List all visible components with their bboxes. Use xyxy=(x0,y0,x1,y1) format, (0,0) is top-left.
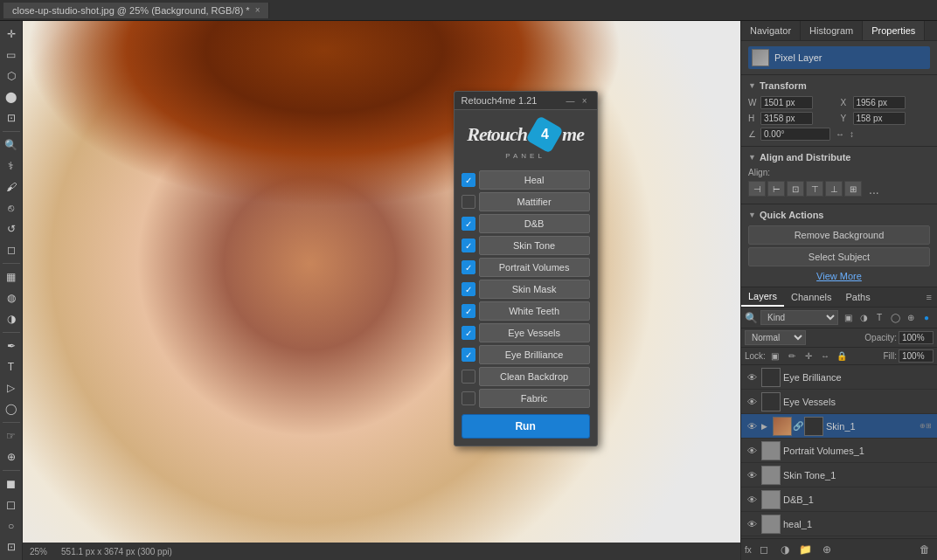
align-center-h-btn[interactable]: ⊢ xyxy=(767,181,785,197)
fx-btn[interactable]: fx xyxy=(745,545,752,555)
tab-channels[interactable]: Channels xyxy=(784,288,838,306)
eye-vessels-checkbox[interactable] xyxy=(462,326,475,340)
run-button[interactable]: Run xyxy=(462,414,590,439)
lock-transparency-icon[interactable]: ▣ xyxy=(768,350,782,363)
eye-vessels-button[interactable]: Eye Vessels xyxy=(479,323,590,342)
align-more-btn[interactable]: ... xyxy=(864,181,885,198)
tab-close-btn[interactable]: × xyxy=(255,5,260,15)
eye-brilliance-checkbox[interactable] xyxy=(462,348,475,362)
add-mask-btn[interactable]: ◻ xyxy=(755,542,773,557)
clean-backdrop-checkbox[interactable] xyxy=(462,370,475,384)
align-header[interactable]: ▼ Align and Distribute xyxy=(748,152,930,162)
type-filter-icon[interactable]: T xyxy=(872,311,886,325)
align-bottom-btn[interactable]: ⊞ xyxy=(844,181,862,197)
heal-button[interactable]: Heal xyxy=(479,170,590,190)
y-input[interactable] xyxy=(853,112,906,125)
move-tool-btn[interactable]: ✛ xyxy=(2,24,21,44)
filter-active-icon[interactable]: ● xyxy=(920,311,934,325)
panel-minimize-btn[interactable]: — xyxy=(566,95,576,106)
mattifier-checkbox[interactable] xyxy=(462,195,475,209)
foreground-color[interactable]: ■ xyxy=(2,474,21,494)
skin-mask-button[interactable]: Skin Mask xyxy=(479,280,590,299)
tab-navigator[interactable]: Navigator xyxy=(741,21,801,40)
flip-vertical-btn[interactable]: ↕ xyxy=(850,129,854,139)
remove-background-btn[interactable]: Remove Background xyxy=(748,225,930,245)
opacity-input[interactable] xyxy=(899,331,934,344)
quick-select-tool-btn[interactable]: ⬤ xyxy=(2,87,21,107)
brush-tool-btn[interactable]: 🖌 xyxy=(2,177,21,197)
path-select-btn[interactable]: ▷ xyxy=(2,378,21,398)
eye-brilliance-button[interactable]: Eye Brilliance xyxy=(479,345,590,364)
lock-all-icon[interactable]: 🔒 xyxy=(835,350,849,363)
heal-checkbox[interactable] xyxy=(462,173,475,187)
adj-filter-icon[interactable]: ◑ xyxy=(857,311,871,325)
tab-histogram[interactable]: Histogram xyxy=(801,21,863,40)
layer-row-eye-brilliance[interactable]: 👁 Eye Brilliance xyxy=(741,365,937,390)
layer-row-heal1[interactable]: 👁 heal_1 xyxy=(741,512,937,536)
align-right-btn[interactable]: ⊡ xyxy=(787,181,804,197)
transform-header[interactable]: ▼ Transform xyxy=(748,80,930,91)
shape-tool-btn[interactable]: ◯ xyxy=(2,399,21,418)
shape-filter-icon[interactable]: ◯ xyxy=(888,311,902,325)
blur-tool-btn[interactable]: ◍ xyxy=(2,288,21,308)
eye-icon-portrait-volumes[interactable]: 👁 xyxy=(745,444,759,458)
marquee-tool-btn[interactable]: ▭ xyxy=(2,45,21,65)
eye-icon-heal1[interactable]: 👁 xyxy=(745,517,759,531)
delete-layer-btn[interactable]: 🗑 xyxy=(916,542,934,557)
layer-row-eye-vessels[interactable]: 👁 Eye Vessels xyxy=(741,390,937,414)
dab-button[interactable]: D&B xyxy=(479,214,590,233)
eye-icon-eye-brilliance[interactable]: 👁 xyxy=(745,370,759,384)
layer-row-skin-tone[interactable]: 👁 Skin Tone_1 xyxy=(741,463,937,487)
skin-tone-checkbox[interactable] xyxy=(462,239,475,252)
add-layer-btn[interactable]: ⊕ xyxy=(818,542,836,557)
eye-icon-eye-vessels[interactable]: 👁 xyxy=(745,395,759,409)
hand-tool-btn[interactable]: ☞ xyxy=(2,426,21,446)
align-top-btn[interactable]: ⊤ xyxy=(806,181,823,197)
eraser-tool-btn[interactable]: ◻ xyxy=(2,240,21,259)
dab-checkbox[interactable] xyxy=(462,217,475,231)
view-more-link[interactable]: View More xyxy=(748,271,930,281)
lock-artboard-icon[interactable]: ✛ xyxy=(802,350,816,363)
eyedropper-tool-btn[interactable]: 🔍 xyxy=(2,135,21,155)
skin-mask-checkbox[interactable] xyxy=(462,282,475,296)
eye-icon-skin1[interactable]: 👁 xyxy=(745,419,759,433)
layer-row-portrait-volumes[interactable]: 👁 Portrait Volumes_1 xyxy=(741,439,937,463)
gradient-tool-btn[interactable]: ▦ xyxy=(2,267,21,287)
zoom-tool-btn[interactable]: ⊕ xyxy=(2,447,21,467)
align-middle-v-btn[interactable]: ⊥ xyxy=(825,181,843,197)
skin-tone-button[interactable]: Skin Tone xyxy=(479,236,590,255)
clone-tool-btn[interactable]: ⎋ xyxy=(2,198,21,218)
lock-move-icon[interactable]: ↔ xyxy=(818,350,832,363)
lock-paint-icon[interactable]: ✏ xyxy=(785,350,799,363)
white-teeth-checkbox[interactable] xyxy=(462,304,475,318)
smart-filter-icon[interactable]: ⊕ xyxy=(904,311,918,325)
lasso-tool-btn[interactable]: ⬡ xyxy=(2,66,21,86)
layer-row-skin1[interactable]: 👁 ▶ 🔗 Skin_1 ⊕⊞ xyxy=(741,414,937,439)
tab-properties[interactable]: Properties xyxy=(863,21,925,40)
blend-mode-select[interactable]: Normal Multiply Screen Overlay xyxy=(745,330,806,345)
angle-input[interactable] xyxy=(760,128,830,141)
eye-icon-skin-tone[interactable]: 👁 xyxy=(745,468,759,482)
mattifier-button[interactable]: Mattifier xyxy=(479,192,590,211)
x-input[interactable] xyxy=(853,96,906,109)
document-tab[interactable]: close-up-studio-shot.jpg @ 25% (Backgrou… xyxy=(3,3,269,18)
white-teeth-button[interactable]: White Teeth xyxy=(479,301,590,321)
eye-icon-dab[interactable]: 👁 xyxy=(745,493,759,507)
fabric-button[interactable]: Fabric xyxy=(479,389,590,408)
fill-input[interactable] xyxy=(899,349,934,363)
dodge-tool-btn[interactable]: ◑ xyxy=(2,309,21,328)
quick-actions-header[interactable]: ▼ Quick Actions xyxy=(748,210,930,220)
fabric-checkbox[interactable] xyxy=(462,391,475,405)
background-color[interactable]: □ xyxy=(2,495,21,515)
layer-filter-dropdown[interactable]: Kind Name Effect Mode Attribute Color xyxy=(760,310,838,325)
width-input[interactable] xyxy=(760,96,813,109)
tab-layers[interactable]: Layers xyxy=(741,287,784,307)
crop-tool-btn[interactable]: ⊡ xyxy=(2,108,21,128)
align-left-btn[interactable]: ⊣ xyxy=(748,181,766,197)
height-input[interactable] xyxy=(760,112,813,125)
screen-mode-btn[interactable]: ⊡ xyxy=(2,537,21,557)
panel-close-btn[interactable]: × xyxy=(580,95,590,106)
add-adjustment-btn[interactable]: ◑ xyxy=(776,542,794,557)
layer-row-dab[interactable]: 👁 D&B_1 xyxy=(741,487,937,512)
layers-collapse-btn[interactable]: ≡ xyxy=(921,288,937,306)
